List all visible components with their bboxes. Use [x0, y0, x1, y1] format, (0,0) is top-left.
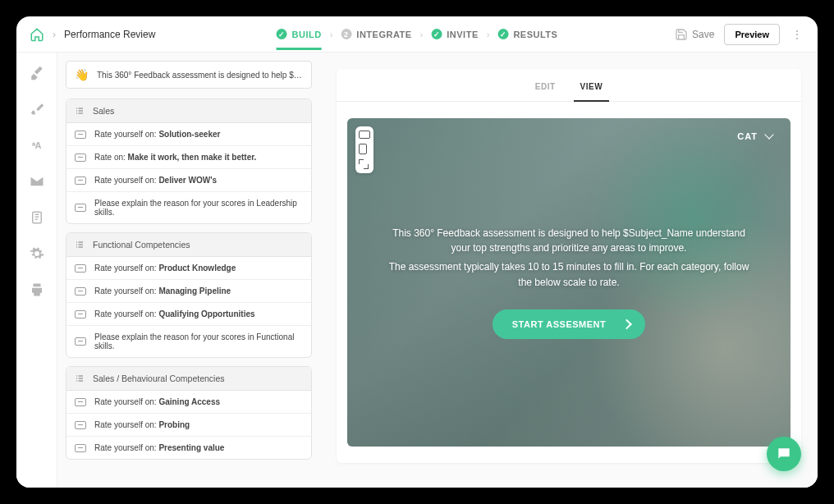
gear-icon[interactable]: [30, 246, 44, 261]
chat-fab[interactable]: [767, 437, 801, 471]
section: Functional CompetenciesRate yourself on:…: [66, 232, 312, 358]
question-type-icon: [75, 264, 86, 273]
list-item-label: Rate yourself on: Managing Pipeline: [94, 286, 231, 296]
tab-view[interactable]: VIEW: [577, 69, 607, 101]
step-integrate[interactable]: 2INTEGRATE: [341, 29, 411, 39]
list-item-label: Please explain the reason for your score…: [94, 199, 303, 217]
list-item[interactable]: Rate yourself on: Solution-seeker: [66, 123, 311, 146]
wizard-steps: ✓BUILD › 2INTEGRATE › ✓INVITE › ✓RESULTS: [277, 29, 558, 39]
hero-text-1: This 360° Feedback assessment is designe…: [385, 226, 753, 256]
question-list: 👋 This 360° Feedback assessment is desig…: [57, 53, 320, 488]
list-item-label: Rate yourself on: Product Knowledge: [94, 263, 236, 273]
list-item[interactable]: Rate yourself on: Presenting value: [66, 437, 311, 459]
hero: CAT This 360° Feedback assessment is des…: [347, 118, 790, 447]
list-item-label: Please explain the reason for your score…: [94, 332, 303, 351]
list-item-label: Rate yourself on: Gaining Access: [94, 397, 220, 406]
step-build[interactable]: ✓BUILD: [277, 29, 322, 39]
section: SalesRate yourself on: Solution-seekerRa…: [66, 99, 312, 224]
preview-tabs: EDIT VIEW: [337, 69, 801, 102]
step-invite[interactable]: ✓INVITE: [431, 29, 478, 39]
list-item[interactable]: Rate yourself on: Gaining Access: [66, 391, 311, 414]
list-item-label: Rate yourself on: Solution-seeker: [94, 130, 220, 139]
email-icon[interactable]: [30, 174, 44, 189]
header: › Performance Review ✓BUILD › 2INTEGRATE…: [16, 16, 818, 53]
list-item[interactable]: Rate yourself on: Deliver WOW's: [66, 169, 311, 192]
note-icon[interactable]: [30, 210, 44, 225]
more-menu-icon[interactable]: ⋮: [790, 28, 804, 41]
question-type-icon: [75, 310, 86, 318]
list-item-label: Rate yourself on: Qualifying Opportuniti…: [94, 309, 255, 318]
section-header[interactable]: Functional Competencies: [66, 233, 311, 257]
list-item[interactable]: Rate yourself on: Product Knowledge: [66, 257, 311, 280]
question-type-icon: [75, 287, 86, 296]
save-button[interactable]: Save: [675, 28, 714, 41]
list-item[interactable]: Please explain the reason for your score…: [66, 192, 311, 223]
section: Sales / Behavioural CompetenciesRate you…: [66, 366, 312, 460]
home-icon[interactable]: [30, 27, 44, 42]
list-item-label: Rate yourself on: Deliver WOW's: [94, 176, 217, 185]
intro-card[interactable]: 👋 This 360° Feedback assessment is desig…: [66, 61, 312, 89]
print-icon[interactable]: [30, 282, 44, 297]
list-item-label: Rate on: Make it work, then make it bett…: [94, 153, 256, 162]
list-item[interactable]: Rate on: Make it work, then make it bett…: [66, 146, 311, 169]
question-type-icon: [75, 337, 86, 346]
question-type-icon: [75, 421, 86, 429]
chevron-right-icon: ›: [53, 29, 56, 40]
section-title: Sales / Behavioural Competencies: [93, 373, 225, 383]
body: ᵃA 👋 This 360° Feedback assessment is de…: [16, 53, 818, 488]
start-assessment-button[interactable]: START ASSESMENT: [493, 309, 645, 339]
save-icon: [675, 28, 688, 41]
preview-pane: EDIT VIEW CAT This 360° Feedback assessm…: [320, 53, 818, 488]
section-title: Functional Competencies: [93, 240, 190, 250]
list-icon: [75, 106, 85, 116]
preview-button[interactable]: Preview: [724, 24, 780, 45]
list-item[interactable]: Rate yourself on: Probing: [66, 414, 311, 437]
highlight-icon[interactable]: [30, 66, 44, 80]
question-type-icon: [75, 444, 86, 452]
tool-rail: ᵃA: [16, 53, 57, 488]
question-type-icon: [75, 153, 86, 162]
list-item[interactable]: Please explain the reason for your score…: [66, 326, 311, 357]
chat-icon: [776, 446, 792, 462]
breadcrumb: Performance Review: [64, 29, 155, 40]
section-title: Sales: [93, 106, 114, 116]
list-item[interactable]: Rate yourself on: Managing Pipeline: [66, 280, 311, 303]
translate-icon[interactable]: ᵃA: [30, 138, 44, 153]
question-type-icon: [75, 131, 86, 139]
brush-icon[interactable]: [30, 102, 44, 117]
hero-text-2: The assessment typically takes 10 to 15 …: [385, 259, 753, 290]
section-header[interactable]: Sales / Behavioural Competencies: [66, 367, 311, 391]
list-item-label: Rate yourself on: Probing: [94, 420, 190, 429]
step-results[interactable]: ✓RESULTS: [497, 29, 557, 39]
question-type-icon: [75, 176, 86, 185]
list-icon: [75, 240, 85, 250]
tab-edit[interactable]: EDIT: [532, 69, 559, 101]
app-window: › Performance Review ✓BUILD › 2INTEGRATE…: [16, 16, 818, 488]
preview-card: EDIT VIEW CAT This 360° Feedback assessm…: [337, 69, 801, 463]
question-type-icon: [75, 204, 86, 212]
list-item[interactable]: Rate yourself on: Qualifying Opportuniti…: [66, 303, 311, 326]
list-icon: [75, 373, 85, 383]
intro-text: This 360° Feedback assessment is designe…: [97, 71, 303, 80]
section-header[interactable]: Sales: [66, 99, 311, 123]
list-item-label: Rate yourself on: Presenting value: [94, 443, 224, 452]
wave-icon: 👋: [75, 68, 89, 81]
question-type-icon: [75, 398, 86, 406]
